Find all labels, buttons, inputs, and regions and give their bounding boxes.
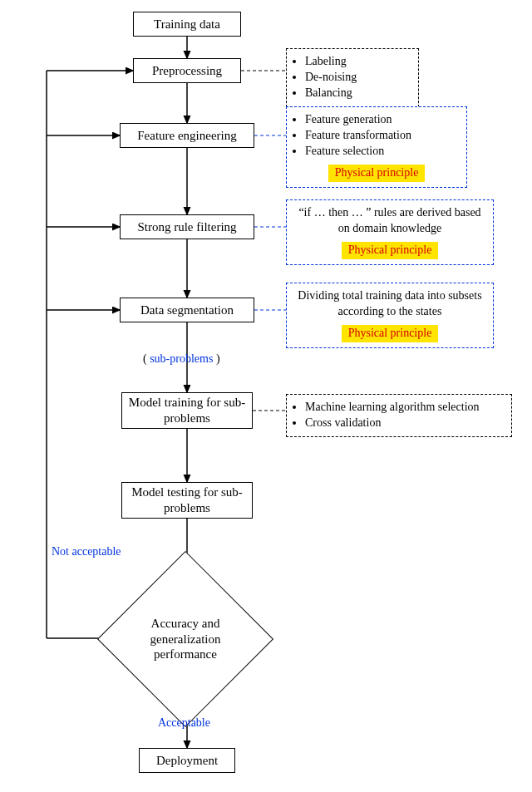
physical-principle-tag: Physical principle bbox=[328, 165, 426, 182]
note-item: De-noising bbox=[305, 70, 411, 86]
node-label: Model testing for sub-problems bbox=[127, 485, 247, 516]
node-label: Accuracy and generalization performance bbox=[135, 616, 236, 662]
note-item: Cross validation bbox=[305, 416, 505, 431]
edge-label-acceptable: Acceptable bbox=[158, 716, 210, 730]
note-item: Machine learning algorithm selection bbox=[305, 400, 505, 416]
node-model-testing: Model testing for sub-problems bbox=[121, 482, 253, 519]
node-label: Feature engineering bbox=[137, 128, 237, 144]
node-feature-engineering: Feature engineering bbox=[120, 123, 254, 148]
sub-problems-label: ( sub-problems ) bbox=[143, 352, 220, 366]
node-model-training: Model training for sub-problems bbox=[121, 392, 253, 429]
note-item: Feature transformation bbox=[305, 128, 460, 144]
note-strong-rule: “if … then … ” rules are derived based o… bbox=[286, 199, 494, 265]
node-strong-rule-filtering: Strong rule filtering bbox=[120, 214, 254, 239]
physical-principle-tag: Physical principle bbox=[342, 242, 439, 259]
node-label: Data segmentation bbox=[140, 303, 234, 318]
node-label: Deployment bbox=[156, 753, 218, 769]
note-feature-engineering: Feature generation Feature transformatio… bbox=[286, 106, 467, 188]
note-item: Feature generation bbox=[305, 112, 460, 128]
note-item: Labeling bbox=[305, 54, 411, 70]
node-preprocessing: Preprocessing bbox=[133, 58, 241, 83]
node-label: Model training for sub-problems bbox=[127, 395, 247, 426]
node-training-data: Training data bbox=[133, 12, 241, 37]
node-label: Strong rule filtering bbox=[137, 219, 236, 235]
node-label: Training data bbox=[154, 17, 220, 32]
node-decision: Accuracy and generalization performance bbox=[123, 577, 248, 701]
note-data-segmentation: Dividing total training data into subset… bbox=[286, 283, 494, 348]
note-text: Dividing total training data into subset… bbox=[293, 288, 486, 320]
node-data-segmentation: Data segmentation bbox=[120, 298, 254, 322]
note-item: Feature selection bbox=[305, 144, 460, 160]
physical-principle-tag: Physical principle bbox=[342, 325, 439, 342]
note-model-training: Machine learning algorithm selection Cro… bbox=[286, 394, 512, 437]
note-item: Balancing bbox=[305, 86, 411, 101]
note-preprocessing: Labeling De-noising Balancing bbox=[286, 48, 419, 107]
node-deployment: Deployment bbox=[139, 748, 235, 773]
note-text: “if … then … ” rules are derived based o… bbox=[293, 205, 486, 237]
edge-label-not-acceptable: Not acceptable bbox=[52, 545, 121, 559]
node-label: Preprocessing bbox=[152, 63, 222, 79]
